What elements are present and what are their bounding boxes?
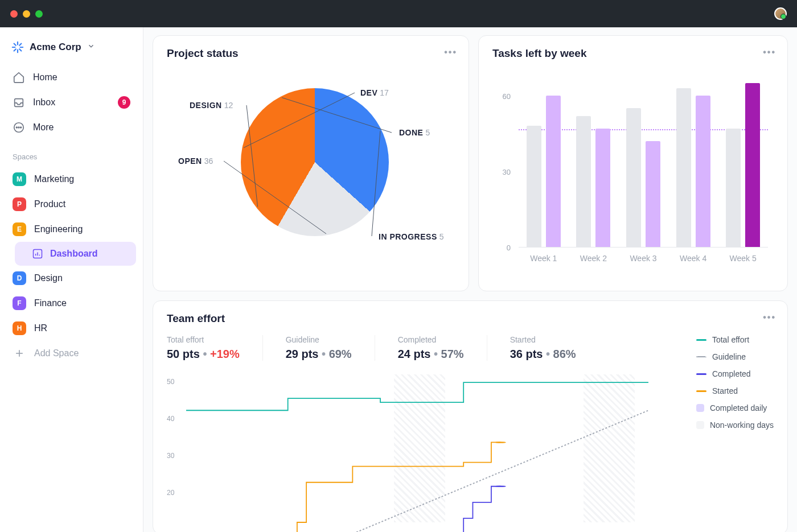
nav-more[interactable]: More [7,115,136,140]
workspace-switcher[interactable]: Acme Corp [7,38,136,57]
space-badge-icon: D [13,271,26,285]
space-badge-icon: F [13,296,26,310]
bar-ytick: 0 [507,244,511,252]
space-label: Finance [34,298,67,308]
bar-purple [745,83,760,247]
bar-purple [646,141,660,247]
tasks-left-card: Tasks left by week ••• 03060 Week 1Week … [478,35,788,291]
project-status-pie [241,88,389,236]
bar-grey [527,126,541,247]
nav-home-label: Home [33,72,57,83]
home-icon [13,71,25,84]
svg-line-5 [19,49,21,51]
bar-group: Week 5 [726,83,760,247]
line-guideline [256,410,648,532]
space-item-hr[interactable]: HHR [7,316,136,341]
project-status-title: Project status [167,47,455,60]
space-item-product[interactable]: PProduct [7,192,136,217]
dashboard-icon [32,248,43,259]
workspace-logo-icon [11,41,24,53]
svg-line-7 [19,44,21,46]
card-menu-button[interactable]: ••• [444,47,457,57]
bar-group: Week 1 [527,96,561,247]
bar-x-label: Week 5 [722,254,763,263]
bar-group: Week 4 [676,88,710,247]
nav-inbox-label: Inbox [33,97,55,108]
line-ytick: 30 [167,452,174,460]
line-total-effort [186,382,648,410]
main-content: Project status ••• DEV17DONE5IN PROGRESS… [143,27,797,532]
more-icon [13,121,25,134]
sidebar-item-dashboard[interactable]: Dashboard [15,242,136,266]
bar-grey [676,88,691,247]
space-label: Product [34,199,65,209]
bar-ytick: 30 [503,168,511,176]
space-label: Marketing [34,174,74,184]
line-ytick: 20 [167,489,174,497]
window-titlebar [0,0,797,27]
tasks-left-title: Tasks left by week [492,47,774,60]
card-menu-button[interactable]: ••• [763,47,776,57]
metric-started: Started 36 pts • 86% [510,335,599,361]
minimize-window-icon[interactable] [23,10,30,18]
metric-guideline: Guideline 29 pts • 69% [286,335,375,361]
space-label: Design [34,273,63,283]
inbox-icon [13,96,25,109]
close-window-icon[interactable] [10,10,18,18]
dashboard-label: Dashboard [50,249,98,259]
inbox-badge: 9 [118,96,130,109]
bar-x-label: Week 1 [523,254,564,263]
bar-purple [595,129,610,247]
pie-label-in-progress: IN PROGRESS5 [379,232,444,241]
svg-point-23 [495,442,506,443]
card-menu-button[interactable]: ••• [763,312,776,323]
spaces-section-label: Spaces [7,140,136,167]
nav-inbox[interactable]: Inbox 9 [7,90,136,115]
space-item-engineering[interactable]: EEngineering [7,217,136,242]
line-completed [376,486,500,532]
project-status-card: Project status ••• DEV17DONE5IN PROGRESS… [153,35,469,291]
line-ytick: 50 [167,378,174,386]
bar-x-label: Week 3 [623,254,664,263]
bar-purple [696,96,710,247]
svg-point-11 [20,127,22,128]
bar-grey [626,108,641,247]
space-item-finance[interactable]: FFinance [7,291,136,316]
space-badge-icon: E [13,222,26,236]
space-label: Engineering [34,224,83,234]
bar-x-label: Week 4 [673,254,714,263]
svg-point-10 [18,127,19,128]
bar-group: Week 2 [576,116,610,247]
metric-completed: Completed 24 pts • 57% [398,335,487,361]
bar-x-label: Week 2 [573,254,614,263]
space-badge-icon: H [13,321,26,335]
pie-label-dev: DEV17 [360,88,389,97]
maximize-window-icon[interactable] [35,10,43,18]
sidebar: Acme Corp Home Inbox 9 More Spaces MMar [0,27,143,532]
nav-more-label: More [33,122,54,133]
line-ytick: 40 [167,415,174,423]
space-badge-icon: P [13,197,26,211]
bar-grey [726,129,741,247]
svg-point-24 [495,485,506,487]
pie-label-done: DONE5 [399,128,430,137]
add-space-button[interactable]: Add Space [7,341,136,366]
plus-icon [13,347,26,360]
space-item-design[interactable]: DDesign [7,266,136,291]
metric-total: Total effort 50 pts • +19% [167,335,263,361]
add-space-label: Add Space [34,348,79,358]
window-controls [10,10,43,18]
nav-home[interactable]: Home [7,65,136,90]
svg-line-4 [14,44,16,46]
user-avatar[interactable] [774,7,787,20]
pie-label-open: OPEN36 [178,156,213,166]
svg-point-9 [16,127,17,128]
space-item-marketing[interactable]: MMarketing [7,167,136,192]
bar-ytick: 60 [503,92,511,101]
pie-label-design: DESIGN12 [190,101,233,110]
space-badge-icon: M [13,172,26,186]
team-metrics: Total effort 50 pts • +19% Guideline 29 … [167,335,774,361]
chevron-down-icon [87,42,95,52]
team-effort-title: Team effort [167,312,774,325]
space-label: HR [34,323,47,333]
